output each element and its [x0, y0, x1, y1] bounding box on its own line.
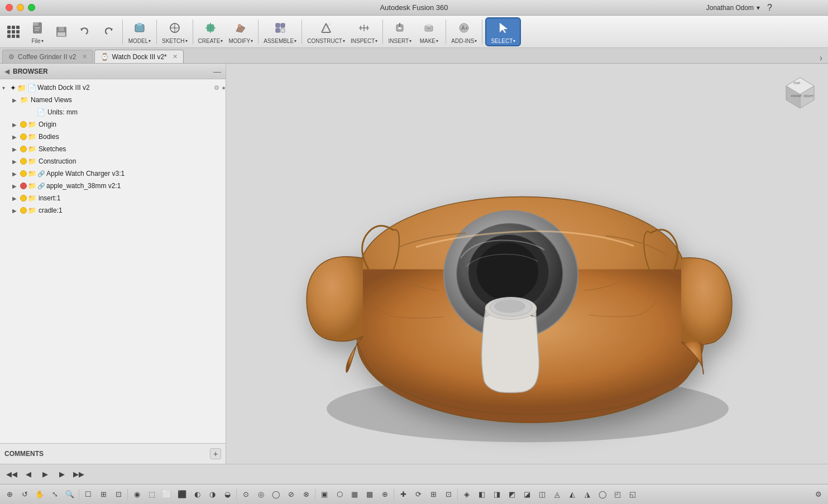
construct-button[interactable]: CONSTRUCT▾ [305, 17, 347, 46]
tab-coffee-grinder[interactable]: ⚙ Coffee Grinder II v2 ✕ [2, 50, 93, 63]
add-comment-button[interactable]: + [210, 448, 221, 459]
bt-snap3[interactable]: ⊞ [426, 487, 441, 502]
construction-eye[interactable] [20, 158, 27, 165]
user-area[interactable]: Jonathan Odom ▾ ? [706, 3, 772, 13]
save-button[interactable] [50, 17, 73, 46]
bt-body1[interactable]: ◉ [130, 487, 144, 502]
addins-button[interactable]: A+ ADD-INS▾ [449, 17, 479, 46]
bt-sketch2[interactable]: ⬡ [332, 487, 347, 502]
browser-collapse[interactable]: — [213, 67, 221, 76]
origin-expand[interactable]: ▶ [12, 122, 20, 128]
assemble-button[interactable]: ASSEMBLE▾ [261, 17, 299, 46]
bt-sketch4[interactable]: ▩ [362, 487, 377, 502]
cradle-expand[interactable]: ▶ [12, 208, 20, 214]
bodies-eye[interactable] [20, 133, 27, 140]
sketches-expand[interactable]: ▶ [12, 146, 20, 152]
select-button[interactable]: SELECT▾ [485, 17, 521, 46]
bt-misc1[interactable]: ◈ [460, 487, 474, 502]
bt-body3[interactable]: ⬜ [160, 487, 174, 502]
bt-surface4[interactable]: ⊘ [284, 487, 298, 502]
modify-button[interactable]: MODIFY▾ [226, 17, 255, 46]
root-settings-icon[interactable]: ⚙ [214, 84, 219, 92]
bt-misc12[interactable]: ◱ [625, 487, 640, 502]
bt-misc5[interactable]: ◪ [520, 487, 534, 502]
awc-eye[interactable] [20, 170, 27, 177]
bt-misc6[interactable]: ◫ [535, 487, 549, 502]
bodies-expand[interactable]: ▶ [12, 134, 20, 140]
tab-coffee-close[interactable]: ✕ [82, 53, 87, 60]
bt-body2[interactable]: ⬚ [145, 487, 159, 502]
sketch-button[interactable]: SKETCH▾ [160, 17, 190, 46]
tree-units[interactable]: 📄 Units: mm [0, 106, 226, 118]
awc-expand[interactable]: ▶ [12, 171, 20, 177]
step-forward-button[interactable]: ▶ [55, 467, 69, 482]
bt-navigate-icon[interactable]: ⊕ [2, 487, 17, 502]
make-button[interactable]: MAKE▾ [415, 17, 443, 46]
tab-overflow[interactable]: › [816, 53, 826, 63]
inspect-button[interactable]: INSPECT▾ [348, 17, 380, 46]
named-views-expand[interactable]: ▶ [12, 97, 20, 103]
bt-body7[interactable]: ◒ [220, 487, 234, 502]
bt-misc9[interactable]: ◮ [580, 487, 595, 502]
tree-apple-watch-charger[interactable]: ▶ 📁 🔗 Apple Watch Charger v3:1 [0, 167, 226, 180]
sketches-eye[interactable] [20, 146, 27, 152]
insert-expand[interactable]: ▶ [12, 195, 20, 201]
bt-sketch3[interactable]: ▦ [347, 487, 362, 502]
bt-view1-icon[interactable]: ☐ [81, 487, 95, 502]
help-icon[interactable]: ? [767, 3, 772, 13]
bt-misc8[interactable]: ◭ [565, 487, 580, 502]
undo-button[interactable] [74, 17, 96, 46]
bt-surface1[interactable]: ⊙ [238, 487, 253, 502]
play-button[interactable]: ▶ [38, 467, 52, 482]
bt-misc11[interactable]: ◰ [610, 487, 625, 502]
bt-snap4[interactable]: ⊡ [441, 487, 456, 502]
insert-eye[interactable] [20, 195, 27, 201]
root-expand[interactable]: ▾ [2, 85, 10, 91]
aw38-eye[interactable] [20, 183, 27, 189]
tree-origin[interactable]: ▶ 📁 Origin [0, 118, 226, 131]
bt-body5[interactable]: ◐ [190, 487, 204, 502]
redo-button[interactable] [97, 17, 119, 46]
bt-pan-icon[interactable]: ✋ [32, 487, 47, 502]
tree-cradle[interactable]: ▶ 📁 cradle:1 [0, 204, 226, 217]
bt-body4[interactable]: ⬛ [175, 487, 189, 502]
bt-misc3[interactable]: ◨ [490, 487, 504, 502]
tree-root[interactable]: ▾ ✦ 📁 📄 Watch Dock III v2 ⚙ ● [0, 81, 226, 94]
bt-misc10[interactable]: ◯ [595, 487, 610, 502]
create-button[interactable]: CREATE▾ [196, 17, 226, 46]
bt-misc2[interactable]: ◧ [475, 487, 489, 502]
tree-named-views[interactable]: ▶ 📁 Named Views [0, 94, 226, 106]
minimize-button[interactable] [17, 4, 24, 11]
play-end-button[interactable]: ▶▶ [71, 467, 86, 482]
aw38-expand[interactable]: ▶ [12, 183, 20, 189]
bt-view3-icon[interactable]: ⊡ [111, 487, 126, 502]
tree-insert[interactable]: ▶ 📁 insert:1 [0, 192, 226, 204]
play-back-button[interactable]: ◀◀ [4, 467, 19, 482]
bt-surface2[interactable]: ◎ [253, 487, 268, 502]
viewport[interactable]: TOP FRONT RIGHT [226, 64, 828, 464]
view-cube[interactable]: TOP FRONT RIGHT [778, 69, 822, 114]
bt-zoom-icon[interactable]: ⤡ [47, 487, 62, 502]
model-button[interactable]: MODEL▾ [126, 17, 154, 46]
bt-zoomfit-icon[interactable]: 🔍 [63, 487, 77, 502]
tab-watch-dock[interactable]: ⌚ Watch Dock III v2* ✕ [94, 50, 184, 63]
bt-view2-icon[interactable]: ⊞ [96, 487, 111, 502]
browser-back-arrow[interactable]: ◀ [4, 68, 9, 75]
bt-orbit-icon[interactable]: ↺ [17, 487, 32, 502]
bt-snap1[interactable]: ✚ [396, 487, 410, 502]
cradle-eye[interactable] [20, 207, 27, 214]
bt-surface3[interactable]: ◯ [269, 487, 283, 502]
root-visibility-icon[interactable]: ● [222, 84, 226, 91]
construction-expand[interactable]: ▶ [12, 159, 20, 165]
file-menu[interactable]: File▾ [26, 17, 49, 46]
app-grid-button[interactable] [2, 17, 25, 46]
bt-misc4[interactable]: ◩ [505, 487, 519, 502]
bt-sketch1[interactable]: ▣ [317, 487, 332, 502]
bt-snap2[interactable]: ⟳ [411, 487, 425, 502]
maximize-button[interactable] [28, 4, 35, 11]
bt-misc7[interactable]: ◬ [550, 487, 564, 502]
close-button[interactable] [6, 4, 13, 11]
insert-button[interactable]: INSERT▾ [386, 17, 414, 46]
bt-sketch5[interactable]: ⊕ [377, 487, 392, 502]
bt-settings-icon[interactable]: ⚙ [811, 487, 826, 502]
